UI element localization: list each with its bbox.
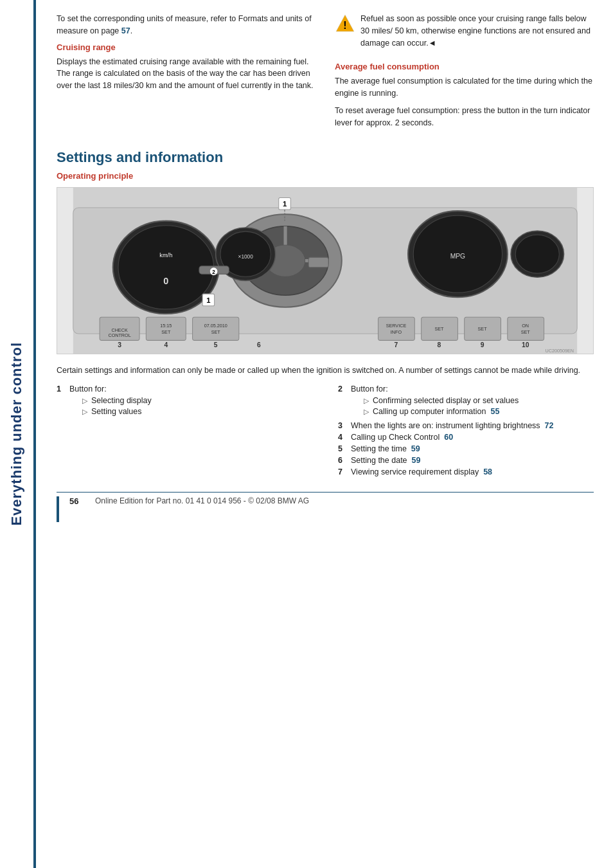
item-2-content: Button for: ▷ Confirming selected displa… bbox=[351, 384, 519, 419]
warning-box: ! Refuel as soon as possible once your c… bbox=[335, 13, 594, 54]
item-1-content: Button for: ▷ Selecting display ▷ Settin… bbox=[69, 384, 152, 419]
warning-text: Refuel as soon as possible once your cru… bbox=[360, 13, 594, 49]
settings-intro: Certain settings and information can onl… bbox=[57, 365, 594, 377]
bottom-section: 1 Button for: ▷ Selecting display ▷ Sett… bbox=[57, 384, 594, 479]
subitem-confirming-text: Confirming selected display or set value… bbox=[373, 396, 519, 405]
list-item-2: 2 Button for: ▷ Confirming selected disp… bbox=[338, 384, 594, 419]
svg-text:5: 5 bbox=[214, 341, 218, 348]
svg-point-40 bbox=[515, 235, 559, 274]
list-item-6: 6 Setting the date 59 bbox=[338, 456, 594, 465]
svg-text:km/h: km/h bbox=[159, 253, 172, 259]
svg-text:10: 10 bbox=[522, 341, 529, 348]
subitem-calling-up-text: Calling up computer information 55 bbox=[373, 407, 499, 416]
arrow-icon-4: ▷ bbox=[364, 408, 369, 416]
warning-icon: ! bbox=[335, 13, 355, 33]
svg-text:ON: ON bbox=[522, 323, 529, 329]
footer-border bbox=[57, 496, 59, 522]
list-item-1: 1 Button for: ▷ Selecting display ▷ Sett… bbox=[57, 384, 312, 419]
page-ref-60[interactable]: 60 bbox=[444, 433, 453, 442]
item-2-sublist: ▷ Confirming selected display or set val… bbox=[364, 396, 519, 416]
svg-text:8: 8 bbox=[438, 341, 441, 348]
page-ref-58[interactable]: 58 bbox=[483, 467, 492, 476]
svg-text:3: 3 bbox=[118, 341, 121, 348]
avg-fuel-text2: To reset average fuel consumption: press… bbox=[335, 105, 594, 129]
footer-text: Online Edition for Part no. 01 41 0 014 … bbox=[95, 496, 309, 505]
side-tab-label: Everything under control bbox=[8, 342, 25, 526]
page-ref-72[interactable]: 72 bbox=[545, 421, 554, 430]
item-3-label: When the lights are on: instrument light… bbox=[351, 421, 553, 430]
col-right: ! Refuel as soon as possible once your c… bbox=[335, 13, 594, 134]
footer: 56 Online Edition for Part no. 01 41 0 0… bbox=[57, 492, 594, 522]
main-content: To set the corresponding units of measur… bbox=[44, 0, 613, 535]
item-4-num: 4 bbox=[338, 433, 347, 442]
col-left: To set the corresponding units of measur… bbox=[57, 13, 315, 134]
svg-text:CONTROL: CONTROL bbox=[108, 332, 130, 338]
dashboard-svg: km/h 0 ×1000 CHECK CONTROL 15:15 SET 07.… bbox=[57, 188, 593, 354]
svg-text:!: ! bbox=[343, 20, 346, 31]
subitem-confirming: ▷ Confirming selected display or set val… bbox=[364, 396, 519, 405]
avg-fuel-text1: The average fuel consumption is calculat… bbox=[335, 75, 594, 100]
subitem-setting-values: ▷ Setting values bbox=[82, 407, 152, 416]
operating-principle-heading: Operating principle bbox=[57, 171, 594, 181]
svg-text:MPG: MPG bbox=[450, 253, 466, 260]
svg-text:4: 4 bbox=[164, 341, 168, 348]
svg-text:INFO: INFO bbox=[391, 329, 402, 335]
item-2-num: 2 bbox=[338, 384, 347, 419]
svg-text:0: 0 bbox=[163, 276, 168, 286]
svg-text:SET: SET bbox=[478, 326, 488, 332]
arrow-icon-2: ▷ bbox=[82, 408, 87, 416]
bottom-col-left: 1 Button for: ▷ Selecting display ▷ Sett… bbox=[57, 384, 312, 479]
svg-text:15:15: 15:15 bbox=[160, 323, 172, 329]
item-7-num: 7 bbox=[338, 467, 347, 476]
svg-rect-44 bbox=[308, 258, 328, 267]
svg-text:2: 2 bbox=[212, 269, 215, 275]
arrow-icon-3: ▷ bbox=[364, 397, 369, 405]
subitem-calling-up: ▷ Calling up computer information 55 bbox=[364, 407, 519, 416]
svg-text:SET: SET bbox=[434, 326, 444, 332]
svg-text:SET: SET bbox=[211, 329, 221, 335]
item-7-label: Viewing service requirement display 58 bbox=[351, 467, 492, 476]
item-6-num: 6 bbox=[338, 456, 347, 465]
page-ref-57[interactable]: 57 bbox=[121, 26, 130, 35]
svg-text:UC200509EN: UC200509EN bbox=[545, 348, 574, 354]
page-ref-59b[interactable]: 59 bbox=[412, 456, 421, 465]
svg-text:6: 6 bbox=[257, 341, 261, 348]
item-5-num: 5 bbox=[338, 444, 347, 453]
page-ref-55[interactable]: 55 bbox=[490, 407, 499, 416]
side-border bbox=[33, 0, 36, 868]
cruising-range-heading: Cruising range bbox=[57, 42, 315, 52]
subitem-setting-values-text: Setting values bbox=[91, 407, 142, 416]
intro-text: To set the corresponding units of measur… bbox=[57, 13, 315, 37]
page-ref-59a[interactable]: 59 bbox=[411, 444, 420, 453]
item-1-num: 1 bbox=[57, 384, 66, 419]
top-section: To set the corresponding units of measur… bbox=[57, 13, 594, 134]
svg-text:07.05.2010: 07.05.2010 bbox=[204, 323, 227, 329]
item-5-label: Setting the time 59 bbox=[351, 444, 420, 453]
svg-text:SET: SET bbox=[521, 329, 531, 335]
svg-text:7: 7 bbox=[395, 341, 398, 348]
list-item-5: 5 Setting the time 59 bbox=[338, 444, 594, 453]
svg-text:1: 1 bbox=[206, 296, 210, 304]
svg-text:1: 1 bbox=[283, 200, 287, 208]
item-2-label: Button for: bbox=[351, 384, 388, 393]
cruising-range-text: Displays the estimated cruising range av… bbox=[57, 56, 315, 92]
subitem-selecting-display: ▷ Selecting display bbox=[82, 396, 152, 405]
subitem-selecting-display-text: Selecting display bbox=[91, 396, 152, 405]
item-4-label: Calling up Check Control 60 bbox=[351, 433, 453, 442]
dashboard-image: km/h 0 ×1000 CHECK CONTROL 15:15 SET 07.… bbox=[57, 187, 594, 354]
item-3-num: 3 bbox=[338, 421, 347, 430]
svg-text:SERVICE: SERVICE bbox=[386, 323, 407, 329]
list-item-7: 7 Viewing service requirement display 58 bbox=[338, 467, 594, 476]
item-6-label: Setting the date 59 bbox=[351, 456, 420, 465]
item-1-sublist: ▷ Selecting display ▷ Setting values bbox=[82, 396, 152, 416]
svg-text:×1000: ×1000 bbox=[238, 255, 254, 260]
svg-text:9: 9 bbox=[481, 341, 484, 348]
bottom-col-right: 2 Button for: ▷ Confirming selected disp… bbox=[338, 384, 594, 479]
item-1-label: Button for: bbox=[69, 384, 107, 393]
svg-text:SET: SET bbox=[161, 329, 171, 335]
side-tab: Everything under control bbox=[0, 0, 33, 868]
list-item-4: 4 Calling up Check Control 60 bbox=[338, 433, 594, 442]
footer-page-number: 56 bbox=[69, 496, 89, 506]
arrow-icon-1: ▷ bbox=[82, 397, 87, 405]
list-item-3: 3 When the lights are on: instrument lig… bbox=[338, 421, 594, 430]
